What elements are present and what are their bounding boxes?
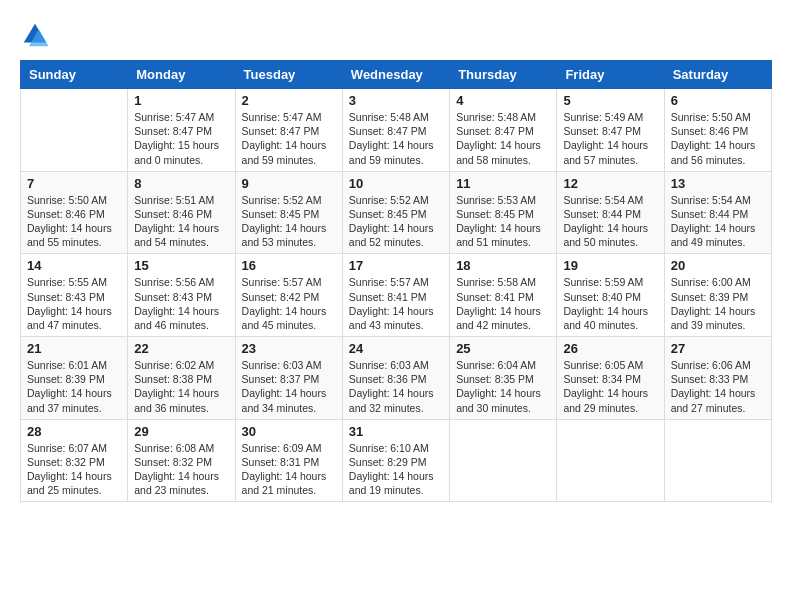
day-number: 30 xyxy=(242,424,336,439)
weekday-header-monday: Monday xyxy=(128,61,235,89)
day-info: Sunrise: 6:08 AMSunset: 8:32 PMDaylight:… xyxy=(134,441,228,498)
day-number: 21 xyxy=(27,341,121,356)
weekday-header-saturday: Saturday xyxy=(664,61,771,89)
day-number: 8 xyxy=(134,176,228,191)
weekday-header-sunday: Sunday xyxy=(21,61,128,89)
calendar-cell: 24Sunrise: 6:03 AMSunset: 8:36 PMDayligh… xyxy=(342,337,449,420)
day-info: Sunrise: 5:50 AMSunset: 8:46 PMDaylight:… xyxy=(27,193,121,250)
calendar-cell: 4Sunrise: 5:48 AMSunset: 8:47 PMDaylight… xyxy=(450,89,557,172)
day-info: Sunrise: 5:58 AMSunset: 8:41 PMDaylight:… xyxy=(456,275,550,332)
day-number: 12 xyxy=(563,176,657,191)
day-number: 14 xyxy=(27,258,121,273)
day-number: 2 xyxy=(242,93,336,108)
day-info: Sunrise: 6:04 AMSunset: 8:35 PMDaylight:… xyxy=(456,358,550,415)
day-info: Sunrise: 6:10 AMSunset: 8:29 PMDaylight:… xyxy=(349,441,443,498)
calendar-cell: 2Sunrise: 5:47 AMSunset: 8:47 PMDaylight… xyxy=(235,89,342,172)
day-info: Sunrise: 5:57 AMSunset: 8:41 PMDaylight:… xyxy=(349,275,443,332)
day-number: 13 xyxy=(671,176,765,191)
day-info: Sunrise: 5:56 AMSunset: 8:43 PMDaylight:… xyxy=(134,275,228,332)
day-info: Sunrise: 5:59 AMSunset: 8:40 PMDaylight:… xyxy=(563,275,657,332)
calendar-cell: 27Sunrise: 6:06 AMSunset: 8:33 PMDayligh… xyxy=(664,337,771,420)
day-number: 24 xyxy=(349,341,443,356)
day-number: 10 xyxy=(349,176,443,191)
day-info: Sunrise: 5:51 AMSunset: 8:46 PMDaylight:… xyxy=(134,193,228,250)
calendar-cell: 30Sunrise: 6:09 AMSunset: 8:31 PMDayligh… xyxy=(235,419,342,502)
calendar-cell: 12Sunrise: 5:54 AMSunset: 8:44 PMDayligh… xyxy=(557,171,664,254)
day-number: 9 xyxy=(242,176,336,191)
day-number: 17 xyxy=(349,258,443,273)
weekday-header-wednesday: Wednesday xyxy=(342,61,449,89)
day-info: Sunrise: 6:06 AMSunset: 8:33 PMDaylight:… xyxy=(671,358,765,415)
day-number: 25 xyxy=(456,341,550,356)
day-info: Sunrise: 6:03 AMSunset: 8:37 PMDaylight:… xyxy=(242,358,336,415)
calendar-cell: 6Sunrise: 5:50 AMSunset: 8:46 PMDaylight… xyxy=(664,89,771,172)
calendar-cell: 29Sunrise: 6:08 AMSunset: 8:32 PMDayligh… xyxy=(128,419,235,502)
weekday-header-friday: Friday xyxy=(557,61,664,89)
calendar-cell: 23Sunrise: 6:03 AMSunset: 8:37 PMDayligh… xyxy=(235,337,342,420)
calendar-cell: 5Sunrise: 5:49 AMSunset: 8:47 PMDaylight… xyxy=(557,89,664,172)
calendar-cell: 16Sunrise: 5:57 AMSunset: 8:42 PMDayligh… xyxy=(235,254,342,337)
day-number: 5 xyxy=(563,93,657,108)
calendar-cell: 10Sunrise: 5:52 AMSunset: 8:45 PMDayligh… xyxy=(342,171,449,254)
day-info: Sunrise: 5:54 AMSunset: 8:44 PMDaylight:… xyxy=(563,193,657,250)
week-row-1: 1Sunrise: 5:47 AMSunset: 8:47 PMDaylight… xyxy=(21,89,772,172)
calendar-cell: 9Sunrise: 5:52 AMSunset: 8:45 PMDaylight… xyxy=(235,171,342,254)
day-number: 22 xyxy=(134,341,228,356)
day-info: Sunrise: 5:49 AMSunset: 8:47 PMDaylight:… xyxy=(563,110,657,167)
calendar-cell: 21Sunrise: 6:01 AMSunset: 8:39 PMDayligh… xyxy=(21,337,128,420)
calendar-cell: 31Sunrise: 6:10 AMSunset: 8:29 PMDayligh… xyxy=(342,419,449,502)
day-info: Sunrise: 5:57 AMSunset: 8:42 PMDaylight:… xyxy=(242,275,336,332)
week-row-5: 28Sunrise: 6:07 AMSunset: 8:32 PMDayligh… xyxy=(21,419,772,502)
day-info: Sunrise: 5:47 AMSunset: 8:47 PMDaylight:… xyxy=(242,110,336,167)
day-number: 15 xyxy=(134,258,228,273)
day-number: 26 xyxy=(563,341,657,356)
day-info: Sunrise: 5:48 AMSunset: 8:47 PMDaylight:… xyxy=(349,110,443,167)
calendar-cell xyxy=(450,419,557,502)
day-info: Sunrise: 6:03 AMSunset: 8:36 PMDaylight:… xyxy=(349,358,443,415)
calendar-cell: 15Sunrise: 5:56 AMSunset: 8:43 PMDayligh… xyxy=(128,254,235,337)
calendar-cell: 13Sunrise: 5:54 AMSunset: 8:44 PMDayligh… xyxy=(664,171,771,254)
day-info: Sunrise: 6:07 AMSunset: 8:32 PMDaylight:… xyxy=(27,441,121,498)
day-number: 6 xyxy=(671,93,765,108)
day-number: 11 xyxy=(456,176,550,191)
day-info: Sunrise: 6:02 AMSunset: 8:38 PMDaylight:… xyxy=(134,358,228,415)
calendar-cell: 7Sunrise: 5:50 AMSunset: 8:46 PMDaylight… xyxy=(21,171,128,254)
day-number: 20 xyxy=(671,258,765,273)
logo-icon xyxy=(20,20,50,50)
day-info: Sunrise: 6:00 AMSunset: 8:39 PMDaylight:… xyxy=(671,275,765,332)
calendar-cell: 14Sunrise: 5:55 AMSunset: 8:43 PMDayligh… xyxy=(21,254,128,337)
day-number: 16 xyxy=(242,258,336,273)
calendar-cell: 18Sunrise: 5:58 AMSunset: 8:41 PMDayligh… xyxy=(450,254,557,337)
day-info: Sunrise: 6:05 AMSunset: 8:34 PMDaylight:… xyxy=(563,358,657,415)
day-info: Sunrise: 5:53 AMSunset: 8:45 PMDaylight:… xyxy=(456,193,550,250)
weekday-header-thursday: Thursday xyxy=(450,61,557,89)
day-info: Sunrise: 6:01 AMSunset: 8:39 PMDaylight:… xyxy=(27,358,121,415)
day-info: Sunrise: 5:52 AMSunset: 8:45 PMDaylight:… xyxy=(349,193,443,250)
calendar-cell: 11Sunrise: 5:53 AMSunset: 8:45 PMDayligh… xyxy=(450,171,557,254)
calendar-cell: 19Sunrise: 5:59 AMSunset: 8:40 PMDayligh… xyxy=(557,254,664,337)
day-info: Sunrise: 6:09 AMSunset: 8:31 PMDaylight:… xyxy=(242,441,336,498)
day-info: Sunrise: 5:55 AMSunset: 8:43 PMDaylight:… xyxy=(27,275,121,332)
calendar-cell: 17Sunrise: 5:57 AMSunset: 8:41 PMDayligh… xyxy=(342,254,449,337)
day-number: 23 xyxy=(242,341,336,356)
calendar-cell xyxy=(21,89,128,172)
day-info: Sunrise: 5:50 AMSunset: 8:46 PMDaylight:… xyxy=(671,110,765,167)
day-number: 18 xyxy=(456,258,550,273)
day-info: Sunrise: 5:54 AMSunset: 8:44 PMDaylight:… xyxy=(671,193,765,250)
day-number: 4 xyxy=(456,93,550,108)
calendar-cell: 1Sunrise: 5:47 AMSunset: 8:47 PMDaylight… xyxy=(128,89,235,172)
calendar-cell: 3Sunrise: 5:48 AMSunset: 8:47 PMDaylight… xyxy=(342,89,449,172)
day-number: 31 xyxy=(349,424,443,439)
calendar-table: SundayMondayTuesdayWednesdayThursdayFrid… xyxy=(20,60,772,502)
day-number: 19 xyxy=(563,258,657,273)
calendar-cell: 25Sunrise: 6:04 AMSunset: 8:35 PMDayligh… xyxy=(450,337,557,420)
day-number: 27 xyxy=(671,341,765,356)
day-number: 7 xyxy=(27,176,121,191)
calendar-cell: 26Sunrise: 6:05 AMSunset: 8:34 PMDayligh… xyxy=(557,337,664,420)
day-number: 1 xyxy=(134,93,228,108)
calendar-cell: 20Sunrise: 6:00 AMSunset: 8:39 PMDayligh… xyxy=(664,254,771,337)
week-row-4: 21Sunrise: 6:01 AMSunset: 8:39 PMDayligh… xyxy=(21,337,772,420)
weekday-header-row: SundayMondayTuesdayWednesdayThursdayFrid… xyxy=(21,61,772,89)
logo xyxy=(20,20,54,50)
calendar-cell: 22Sunrise: 6:02 AMSunset: 8:38 PMDayligh… xyxy=(128,337,235,420)
